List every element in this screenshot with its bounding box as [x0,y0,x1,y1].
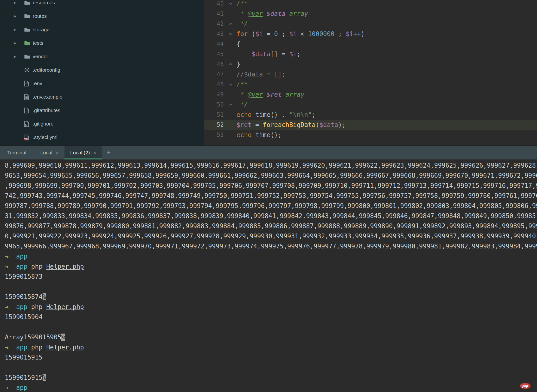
tree-item-resources[interactable]: ▶resources [0,0,204,9]
code-editor[interactable]: 40/**41 * @var $data array42 */43for ($i… [204,0,537,145]
fold-marker-icon[interactable] [227,59,235,69]
code-token: array [286,91,304,98]
tree-item-label: .env.example [33,94,62,100]
tree-item-tests[interactable]: ▶tests [0,36,204,50]
terminal-text [9,344,16,351]
code-text[interactable]: echo time() . "\n\n"; [235,110,316,120]
line-number: 44 [204,39,227,49]
code-token: [] = [270,51,289,58]
terminal-line: → app [5,251,537,261]
editor-gutter: 49 [204,89,235,100]
line-number: 50 [204,100,227,110]
code-token: /** [237,0,248,7]
terminal-line: → app php Helper.php [5,302,537,312]
code-token: * [237,10,248,17]
code-token [263,10,267,17]
code-text[interactable]: */ [235,100,248,110]
fold-marker-icon[interactable] [227,0,235,9]
tree-item-label: tests [33,40,43,46]
fold-marker-icon[interactable] [227,79,235,89]
tab-label: Local (2) [70,150,90,156]
code-text[interactable]: for ($i = 0 ; $i < 1000000 ; $i++) [235,29,364,39]
code-token [237,51,252,58]
expand-arrow-icon[interactable]: ▶ [14,14,24,18]
tree-item-gitattributes[interactable]: .gitattributes [0,104,204,117]
terminal-output[interactable]: 8,999609,999610,999611,999612,999613,999… [0,159,537,392]
tree-item-editorconfig[interactable]: .editorconfig [0,63,204,77]
code-text[interactable]: { [235,39,240,49]
close-tab-icon[interactable]: × [56,150,58,156]
tree-item-vendor[interactable]: ▶vendor [0,50,204,63]
tree-item-styleci-yml[interactable]: YML.styleci.yml [0,131,204,144]
fold-marker-icon[interactable] [227,29,235,39]
code-token: "\n\n" [289,111,312,118]
tree-item-env-example[interactable]: .env.example [0,90,204,104]
fold-spacer [227,89,235,100]
code-token [263,91,267,98]
editor-gutter: 48 [204,79,235,89]
tree-item-storage[interactable]: ▶storage [0,23,204,36]
line-number: 40 [204,0,227,9]
code-line: 44{ [204,39,537,49]
line-number: 53 [204,130,227,140]
terminal-text [9,303,16,310]
code-text[interactable]: $data[] = $i; [235,49,300,59]
code-token: ; [312,111,316,118]
terminal-text [9,384,16,391]
code-text[interactable]: * @var $data array [235,9,308,19]
folder-green-icon [24,41,33,46]
terminal-tab-local-2[interactable]: Local (2)× [64,146,102,159]
fold-spacer [227,130,235,140]
terminal-line: 0,999921,999922,999923,999924,999925,999… [5,231,537,241]
code-line: 48/** [204,79,537,89]
code-text[interactable]: /** [235,79,248,89]
expand-arrow-icon[interactable]: ▶ [14,41,24,45]
code-text[interactable]: } [235,59,240,69]
code-text[interactable]: */ [235,19,248,29]
folder-icon [24,0,33,5]
tree-item-gitignore[interactable]: .gitignore [0,117,204,131]
code-token: = [252,121,263,128]
expand-arrow-icon[interactable]: ▶ [14,1,24,5]
terminal-tabs: Local×Local (2)× [34,146,102,159]
code-line: 43for ($i = 0 ; $i < 1000000 ; $i++) [204,29,537,39]
code-token: $ret [237,121,252,128]
prompt-cwd: app [16,384,27,391]
new-terminal-tab-button[interactable]: + [107,149,111,157]
tree-item-label: resources [33,0,55,6]
code-text[interactable]: echo time(); [235,130,282,140]
code-token: @var [248,10,263,17]
close-tab-icon[interactable]: × [93,150,96,156]
terminal-tab-local[interactable]: Local× [34,146,64,159]
code-line: 51echo time() . "\n\n"; [204,110,537,120]
tree-item-label: .gitattributes [33,107,60,113]
code-text[interactable]: * @var $ret array [235,89,304,100]
terminal-text [9,253,16,260]
code-token: ; [334,30,346,38]
code-token: $i [346,30,353,38]
code-line: 46} [204,59,537,69]
file-link[interactable]: Helper.php [46,263,84,270]
expand-arrow-icon[interactable]: ▶ [14,55,24,58]
terminal-text: 99876,999877,999878,999879,999880,999881… [5,222,537,230]
partial-line-marker: % [43,374,46,381]
prompt-arrow: → [5,303,9,310]
tree-item-env[interactable]: .env [0,77,204,90]
code-text[interactable]: $ret = foreachBigData($data); [235,120,346,130]
code-text[interactable]: //$data = []; [235,69,286,79]
terminal-text: 1599015915 [5,354,43,361]
prompt-cwd: app [16,263,27,270]
code-token: ; [278,30,289,38]
expand-arrow-icon[interactable]: ▶ [14,28,24,32]
fold-spacer [227,69,235,79]
file-link[interactable]: Helper.php [46,344,84,351]
fold-marker-icon[interactable] [227,100,235,110]
tree-item-routes[interactable]: ▶routes [0,9,204,23]
terminal-line: 8,999609,999610,999611,999612,999613,999… [5,160,537,171]
fold-marker-icon[interactable] [227,19,235,29]
file-link[interactable]: Helper.php [46,303,84,310]
code-token: 1000000 [308,30,334,38]
code-text[interactable]: /** [235,0,248,9]
gear-icon [24,67,33,73]
code-token: < [297,30,308,38]
